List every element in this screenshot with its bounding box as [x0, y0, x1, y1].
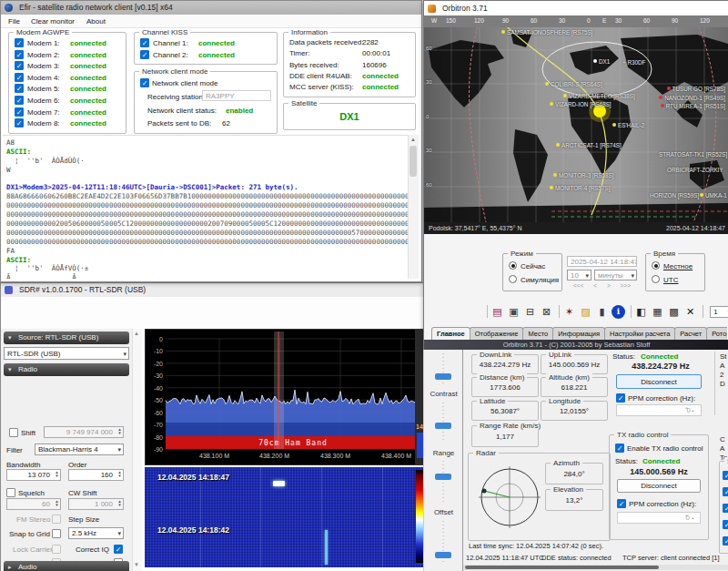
- shift-checkbox[interactable]: ✓: [9, 428, 18, 437]
- rx-disconnect-button[interactable]: Disconnect: [616, 374, 702, 389]
- fmstereo-checkbox[interactable]: ✓: [52, 515, 61, 524]
- window-minimize-icon[interactable]: ⊟: [523, 305, 537, 319]
- simulation-arrows[interactable]: <<< < > >>>: [567, 282, 637, 289]
- network-client-mode-checkbox[interactable]: ✓: [140, 78, 149, 87]
- squelch-checkbox[interactable]: ✓: [6, 488, 15, 497]
- bandwidth-spinner[interactable]: ▲▼: [53, 471, 61, 478]
- world-map[interactable]: 603003060 SAMSAT-IONOSPHERE [RS75S]DX1+ …: [424, 27, 728, 222]
- tiles-icon[interactable]: ▩: [667, 305, 681, 319]
- shift-spinner[interactable]: ▲▼: [116, 428, 124, 435]
- modem-checkbox[interactable]: ✓: [15, 84, 24, 93]
- monitor-scrollbar-thumb[interactable]: [410, 146, 417, 177]
- svg-text:-10: -10: [154, 348, 163, 354]
- tab-1[interactable]: Главное: [431, 327, 470, 340]
- open-folder-icon[interactable]: ▨: [579, 305, 592, 319]
- rx-ppm-checkbox[interactable]: ✓: [616, 393, 625, 403]
- filter-combo[interactable]: Blackman-Harris 4: [35, 444, 124, 455]
- menu-clear-monitor[interactable]: Clear monitor: [31, 17, 75, 25]
- sdrsharp-titlebar[interactable]: SDR# v1.0.0.1700 - RTL-SDR (USB): [1, 283, 463, 297]
- time-utc-radio[interactable]: [652, 275, 660, 283]
- svg-text:-90: -90: [154, 446, 163, 452]
- tracker-hscrollbar-thumb[interactable]: [465, 566, 659, 569]
- tx-ppm-arrows[interactable]: ⌃ ⌄: [684, 514, 695, 520]
- shift-input[interactable]: 9 749 974 000: [44, 426, 124, 438]
- simulation-datetime-input[interactable]: 2025-04-12 14:18:47: [567, 256, 637, 267]
- menu-file[interactable]: File: [8, 17, 20, 25]
- modem-checkbox[interactable]: ✓: [15, 73, 24, 82]
- filter-label: Filter: [6, 446, 23, 454]
- tab-2[interactable]: Отображение: [470, 327, 524, 340]
- monitor-line: 0000000000000000000000000000000000000000…: [6, 201, 408, 210]
- correctiq-checkbox[interactable]: ✓: [114, 545, 123, 554]
- tx-disconnect-button[interactable]: Disconnect: [617, 479, 701, 493]
- contrast-slider-thumb[interactable]: [435, 423, 451, 429]
- orbitron-titlebar[interactable]: Orbitron 3.71: [424, 1, 728, 15]
- rx-ppm-arrows[interactable]: ⌃ ⌄: [684, 406, 695, 413]
- lockcarrier-checkbox[interactable]: ✓: [52, 545, 61, 554]
- simulation-unit-combo[interactable]: минуты: [594, 270, 637, 280]
- tab-6[interactable]: Расчет: [674, 327, 707, 340]
- book-icon[interactable]: ▤: [490, 305, 504, 319]
- zoom-slider-thumb[interactable]: [435, 373, 451, 380]
- squelch-spinner[interactable]: ▲▼: [53, 500, 61, 507]
- info-icon[interactable]: ℹ: [612, 305, 625, 319]
- audio-panel-header[interactable]: Audio: [4, 561, 129, 571]
- modem-checkbox[interactable]: ✓: [15, 107, 24, 117]
- channel-checkbox[interactable]: ✓: [140, 50, 149, 59]
- cut-column-text: C: [720, 435, 725, 444]
- packet-monitor[interactable]: A8ASCII: ¦ ''b' ÀÒÅdÙÒ(·W DX1>Modem3>202…: [3, 135, 408, 279]
- range-slider-thumb[interactable]: [435, 474, 451, 480]
- cwshift-spinner[interactable]: ▲▼: [116, 500, 124, 507]
- modem-checkbox[interactable]: ✓: [15, 96, 24, 105]
- packets-sent-value: 62: [222, 119, 230, 127]
- side-scrollbar[interactable]: ▲ ▼: [132, 329, 142, 571]
- map-number-combo[interactable]: 1: [710, 306, 728, 318]
- efir-app-icon: [5, 4, 13, 12]
- offset-slider-thumb[interactable]: [435, 552, 451, 558]
- tools-icon[interactable]: ✶: [562, 305, 576, 319]
- modem-checkbox[interactable]: ✓: [15, 38, 24, 47]
- source-panel-header[interactable]: Source: RTL-SDR (USB): [4, 331, 129, 344]
- receiving-station-input[interactable]: RA3PPY: [202, 90, 271, 101]
- waterfall-display[interactable]: 12.04.2025 14:18:47 12.04.2025 14:18:42: [145, 467, 427, 567]
- snap-checkbox[interactable]: ✓: [52, 529, 61, 538]
- mode-simulation-radio[interactable]: [509, 275, 517, 283]
- mode-now-radio[interactable]: [509, 261, 517, 270]
- close-icon[interactable]: ✕: [683, 305, 697, 319]
- spectrum-display[interactable]: 0-10-20-30-40-50-60-70-80-9070cm Ham Ban…: [145, 329, 427, 465]
- order-spinner[interactable]: ▲▼: [116, 471, 124, 478]
- window-close-icon[interactable]: ⊠: [540, 305, 553, 319]
- source-combo[interactable]: RTL-SDR (USB): [4, 347, 129, 360]
- time-local-radio[interactable]: [652, 261, 660, 270]
- shift-label: Shift: [21, 429, 35, 437]
- night-icon[interactable]: ◧: [634, 305, 648, 319]
- scroll-up-icon[interactable]: ▲: [410, 137, 416, 142]
- channel-checkbox[interactable]: ✓: [140, 38, 149, 47]
- modem-checkbox[interactable]: ✓: [15, 50, 24, 59]
- modem-label: Modem 8:: [27, 119, 60, 127]
- tab-4[interactable]: Информация: [552, 327, 605, 340]
- step-combo[interactable]: 2.5 kHz: [68, 527, 124, 539]
- scroll-up-icon[interactable]: ▲: [134, 331, 139, 336]
- camera-icon[interactable]: ▣: [507, 305, 521, 319]
- time-group: Время Местное UTC: [645, 253, 705, 291]
- save-icon[interactable]: ▮: [595, 305, 609, 319]
- tab-5[interactable]: Настройки расчета: [604, 327, 675, 340]
- efir-titlebar[interactable]: Efir - satellite radio network client [v…: [1, 1, 421, 15]
- simulation-step-combo[interactable]: 10: [567, 270, 592, 280]
- satellite-label: RTU MIREA-1 [RS51S]: [661, 103, 725, 109]
- tab-7[interactable]: Ротор/Радио: [706, 327, 727, 340]
- menu-about[interactable]: About: [86, 17, 106, 25]
- table-icon[interactable]: ▦: [651, 305, 664, 319]
- modem-checkbox[interactable]: ✓: [15, 61, 24, 70]
- tx-enable-checkbox[interactable]: ✓: [615, 444, 624, 453]
- tracker-hscrollbar[interactable]: [463, 565, 728, 570]
- tx-ppm-checkbox[interactable]: ✓: [617, 499, 626, 508]
- scroll-down-icon[interactable]: ▼: [134, 562, 139, 567]
- monitor-line: 0000000000000000000000000000000000000000…: [6, 210, 408, 219]
- monitor-scrollbar[interactable]: ▲: [408, 135, 419, 279]
- tab-3[interactable]: Место: [522, 327, 553, 340]
- radio-panel-header[interactable]: Radio: [4, 363, 129, 376]
- zoom-bar-thumb[interactable]: [417, 433, 423, 458]
- modem-checkbox[interactable]: ✓: [15, 118, 24, 127]
